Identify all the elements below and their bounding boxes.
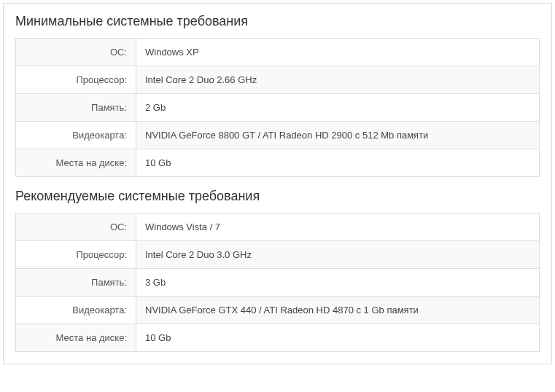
spec-label: ОС:: [16, 213, 136, 241]
table-row: ОС: Windows XP: [16, 39, 540, 66]
table-row: ОС: Windows Vista / 7: [16, 213, 540, 241]
minimum-requirements-table: ОС: Windows XP Процессор: Intel Core 2 D…: [15, 38, 540, 177]
table-row: Процессор: Intel Core 2 Duo 3.0 GHz: [16, 241, 540, 269]
spec-label: Процессор:: [16, 241, 136, 269]
spec-value: Intel Core 2 Duo 2.66 GHz: [136, 66, 540, 94]
spec-value: 10 Gb: [136, 324, 540, 352]
table-row: Видеокарта: NVIDIA GeForce 8800 GT / ATI…: [16, 122, 540, 149]
system-requirements-panel: Минимальные системные требования ОС: Win…: [3, 3, 552, 364]
spec-value: Windows XP: [136, 39, 540, 66]
recommended-requirements-table: ОС: Windows Vista / 7 Процессор: Intel C…: [15, 213, 540, 352]
table-row: Места на диске: 10 Gb: [16, 149, 540, 177]
spec-value: 10 Gb: [136, 149, 540, 177]
spec-value: 3 Gb: [136, 269, 540, 297]
spec-value: 2 Gb: [136, 94, 540, 122]
minimum-requirements-title: Минимальные системные требования: [15, 14, 540, 29]
table-row: Места на диске: 10 Gb: [16, 324, 540, 352]
spec-label: Места на диске:: [16, 149, 136, 177]
table-row: Память: 2 Gb: [16, 94, 540, 122]
spec-label: ОС:: [16, 39, 136, 66]
table-row: Память: 3 Gb: [16, 269, 540, 297]
spec-label: Места на диске:: [16, 324, 136, 352]
spec-value: NVIDIA GeForce GTX 440 / ATI Radeon HD 4…: [136, 297, 540, 324]
spec-value: Windows Vista / 7: [136, 213, 540, 241]
spec-value: NVIDIA GeForce 8800 GT / ATI Radeon HD 2…: [136, 122, 540, 149]
table-row: Видеокарта: NVIDIA GeForce GTX 440 / ATI…: [16, 297, 540, 324]
spec-label: Процессор:: [16, 66, 136, 94]
recommended-requirements-title: Рекомендуемые системные требования: [15, 189, 540, 204]
table-row: Процессор: Intel Core 2 Duo 2.66 GHz: [16, 66, 540, 94]
spec-label: Видеокарта:: [16, 122, 136, 149]
spec-label: Память:: [16, 269, 136, 297]
spec-label: Память:: [16, 94, 136, 122]
spec-label: Видеокарта:: [16, 297, 136, 324]
spec-value: Intel Core 2 Duo 3.0 GHz: [136, 241, 540, 269]
